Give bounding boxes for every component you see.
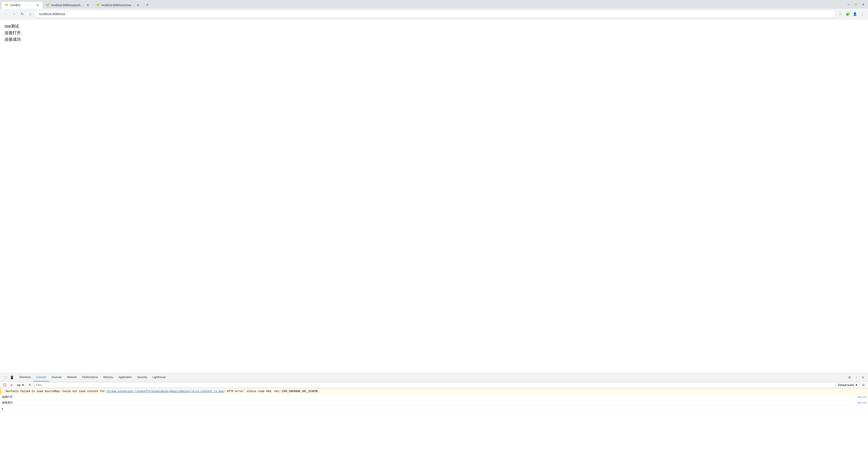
devtools-device-icon[interactable]: 📱 — [8, 374, 15, 381]
browser-window: 🌱 Sse测试 ✕ 🌱 localhost:8080/sse/push?id=s… — [0, 0, 868, 450]
devtools-right-icons: ⚙ ⋮ ✕ — [846, 374, 866, 381]
console-msg-connected-success-text: 连接成功 — [2, 401, 856, 405]
bookmark-button[interactable]: ☆ — [837, 11, 844, 17]
devtools-tab-network[interactable]: Network — [64, 373, 80, 382]
devtools-tab-application[interactable]: Application — [116, 373, 134, 382]
menu-button[interactable]: ⋮ — [859, 11, 865, 17]
devtools-tab-sources[interactable]: Sources — [49, 373, 64, 382]
page-line-1: sse测试 — [4, 23, 864, 30]
level-select[interactable]: Default levels ▼ — [836, 382, 860, 388]
window-controls: ─ □ ✕ — [845, 1, 866, 7]
tab-favicon-push: 🌱 — [46, 3, 50, 7]
devtools-tab-memory[interactable]: Memory — [101, 373, 116, 382]
tab-push[interactable]: 🌱 localhost:8080/sse/push?id=s... ✕ — [43, 2, 93, 8]
console-filter-icon[interactable]: ⊘ — [8, 382, 14, 388]
devtools-tab-lighthouse[interactable]: Lighthouse — [150, 373, 168, 382]
tab-title-push: localhost:8080/sse/push?id=s... — [51, 4, 84, 7]
console-settings-icon[interactable]: ⚙ — [861, 382, 866, 388]
console-eye-icon[interactable]: 👁 — [27, 382, 33, 388]
context-chevron-icon: ▼ — [22, 384, 24, 387]
toolbar-icons: ☆ 🧩 👤 ⋮ — [837, 11, 865, 17]
devtools-tab-elements[interactable]: Elements — [17, 373, 33, 382]
tab-strip: 🌱 Sse测试 ✕ 🌱 localhost:8080/sse/push?id=s… — [2, 0, 844, 8]
tab-close-sse[interactable]: ✕ — [36, 3, 40, 7]
devtools-tab-bar: ⬚ 📱 Elements Console Sources Network Per… — [0, 373, 868, 382]
console-msg-connected-success-source[interactable]: sse:14 — [857, 401, 866, 404]
console-msg-connected-open-source[interactable]: sse:14 — [857, 396, 866, 398]
tab-close-push[interactable]: ✕ — [86, 3, 90, 7]
console-toolbar: 🚫 ⊘ top ▼ 👁 Default levels ▼ ⚙ — [0, 382, 868, 389]
tab-title-close: localhost:8080/sse/close?id=s... — [101, 4, 134, 7]
devtools-close-icon[interactable]: ✕ — [860, 374, 866, 381]
console-msg-expand[interactable]: ▶ — [0, 406, 868, 411]
tab-favicon-close: 🌱 — [96, 3, 100, 7]
console-msg-connected-open: 连接打开. sse:14 — [0, 394, 868, 400]
devtools-tab-security[interactable]: Security — [134, 373, 150, 382]
new-tab-button[interactable]: + — [144, 2, 151, 8]
devtools-tab-console[interactable]: Console — [33, 373, 49, 382]
warning-icon: ⚠ — [2, 390, 4, 393]
title-bar: 🌱 Sse测试 ✕ 🌱 localhost:8080/sse/push?id=s… — [0, 0, 868, 8]
tab-close-close[interactable]: ✕ — [136, 3, 140, 7]
extensions-button[interactable]: 🧩 — [844, 11, 851, 17]
level-value: Default levels — [838, 384, 854, 387]
tab-sse[interactable]: 🌱 Sse测试 ✕ — [2, 2, 42, 8]
minimize-button[interactable]: ─ — [845, 1, 852, 7]
page-line-3: 连接成功 — [4, 36, 864, 43]
devtools-more-icon[interactable]: ⋮ — [853, 374, 860, 381]
console-msg-warning: ⚠ DevTools failed to load SourceMap: Cou… — [0, 389, 868, 394]
context-value: top — [17, 384, 21, 387]
console-msg-connected-open-text: 连接打开. — [2, 395, 856, 399]
url-input[interactable] — [35, 11, 835, 18]
console-output: ⚠ DevTools failed to load SourceMap: Cou… — [0, 389, 868, 450]
console-clear-button[interactable]: 🚫 — [2, 382, 7, 388]
level-chevron-icon: ▼ — [855, 384, 858, 387]
warning-link[interactable]: chrome-extension://ncennffkjdiamlpmcbajk… — [106, 390, 223, 393]
expand-arrow-icon[interactable]: ▶ — [2, 407, 3, 411]
tab-title-sse: Sse测试 — [10, 3, 34, 7]
address-bar: ← → ↻ ⌂ ☆ 🧩 👤 ⋮ — [0, 8, 868, 20]
reload-button[interactable]: ↻ — [19, 11, 25, 17]
back-button[interactable]: ← — [3, 11, 9, 17]
tab-close-tab[interactable]: 🌱 localhost:8080/sse/close?id=s... ✕ — [93, 2, 143, 8]
devtools-inspect-icon[interactable]: ⬚ — [2, 374, 8, 381]
filter-input[interactable] — [34, 382, 835, 388]
devtools-settings-icon[interactable]: ⚙ — [846, 374, 852, 381]
console-msg-connected-success: 连接成功 sse:14 — [0, 400, 868, 406]
home-button[interactable]: ⌂ — [27, 11, 33, 17]
devtools-panel: ⬚ 📱 Elements Console Sources Network Per… — [0, 373, 868, 450]
page-line-2: 连接打开. — [4, 30, 864, 36]
context-select[interactable]: top ▼ — [16, 382, 26, 388]
warning-text: DevTools failed to load SourceMap: Could… — [6, 389, 866, 393]
tab-favicon-sse: 🌱 — [4, 3, 8, 7]
close-button[interactable]: ✕ — [860, 1, 866, 7]
page-content: sse测试 连接打开. 连接成功 — [0, 20, 868, 373]
forward-button[interactable]: → — [11, 11, 17, 17]
maximize-button[interactable]: □ — [852, 1, 859, 7]
devtools-left-icons: ⬚ 📱 — [2, 374, 15, 381]
devtools-tab-performance[interactable]: Performance — [80, 373, 101, 382]
profile-button[interactable]: 👤 — [852, 11, 858, 17]
